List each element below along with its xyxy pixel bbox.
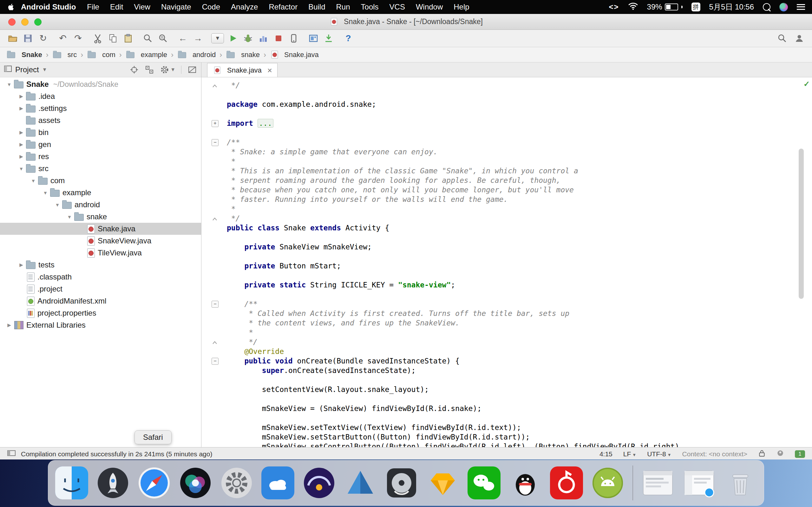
dock-siri-icon[interactable] [179, 466, 212, 499]
fold-marker-end-icon[interactable] [212, 83, 217, 87]
zoom-icon[interactable] [142, 32, 154, 45]
dock-eclipse-icon[interactable] [303, 466, 336, 499]
code-line[interactable] [227, 90, 812, 100]
code-line[interactable]: * serpent roaming around the garden look… [227, 176, 812, 185]
sync-icon[interactable]: ↻ [37, 32, 49, 45]
close-window-button[interactable] [8, 18, 15, 26]
code-line[interactable] [227, 394, 812, 404]
menu-help[interactable]: Help [448, 3, 474, 11]
notification-center-icon[interactable] [797, 4, 805, 10]
back-icon[interactable]: ← [176, 32, 189, 45]
input-method-icon[interactable]: 拼 [692, 3, 700, 11]
fold-marker-end-icon[interactable] [212, 340, 217, 344]
dock-android-studio-icon[interactable] [591, 466, 624, 499]
tree-item-snake[interactable]: ▼Snake~/Downloads/Snake [0, 78, 201, 90]
debug-icon[interactable] [242, 32, 254, 45]
code-line[interactable] [227, 128, 812, 137]
menu-window[interactable]: Window [410, 3, 448, 11]
code-line[interactable]: public void onCreate(Bundle savedInstanc… [227, 356, 812, 366]
dock-weather-icon[interactable] [261, 466, 294, 499]
run-config-icon[interactable]: ▼ [211, 32, 224, 45]
tree-item--project[interactable]: .project [0, 283, 201, 295]
stop-icon[interactable] [272, 32, 285, 45]
dock-window-thumb-1-icon[interactable] [641, 466, 674, 499]
code-line[interactable] [227, 271, 812, 280]
tree-expand-arrow[interactable]: ▶ [16, 130, 26, 135]
attach-debugger-icon[interactable] [287, 32, 300, 45]
tree-item-androidmanifest-xml[interactable]: AndroidManifest.xml [0, 295, 201, 307]
menubar-app-name[interactable]: Android Studio [17, 3, 82, 11]
line-ending-widget[interactable]: LF▼ [623, 450, 636, 458]
menu-tools[interactable]: Tools [356, 3, 384, 11]
tree-item--idea[interactable]: ▶.idea [0, 90, 201, 102]
dock-blue-triangle-app-icon[interactable] [344, 466, 377, 499]
siri-icon[interactable] [779, 3, 788, 11]
copy-icon[interactable] [107, 32, 119, 45]
tree-expand-arrow[interactable]: ▶ [16, 94, 26, 99]
toolwindow-toggle-icon[interactable] [7, 449, 16, 458]
code-status-icon[interactable]: <> [609, 3, 619, 11]
menubar-clock[interactable]: 5月5日 10:56 [709, 2, 754, 12]
hide-icon[interactable] [187, 65, 197, 75]
fold-marker-end-icon[interactable] [212, 216, 217, 220]
dock-netease-music-icon[interactable] [550, 466, 583, 499]
dock-finder-icon[interactable] [55, 466, 88, 499]
code-line[interactable] [227, 233, 812, 242]
code-line[interactable]: */ [227, 80, 812, 90]
tree-item--classpath[interactable]: .classpath [0, 271, 201, 283]
tree-item-bin[interactable]: ▶bin [0, 126, 201, 138]
code-line[interactable]: @Override [227, 347, 812, 356]
menu-vcs[interactable]: VCS [384, 3, 410, 11]
dock-launchpad-icon[interactable] [96, 466, 130, 499]
breadcrumb-snake.java[interactable]: Snake.java [269, 50, 320, 59]
tree-item-snake-java[interactable]: Snake.java [0, 223, 201, 235]
code-line[interactable]: * [227, 157, 812, 166]
profile-icon[interactable] [257, 32, 270, 45]
status-message[interactable]: Compilation completed successfully in 2s… [21, 450, 212, 458]
save-all-icon[interactable] [21, 32, 34, 45]
tree-item-assets[interactable]: assets [0, 114, 201, 126]
tree-collapse-arrow[interactable]: ▼ [65, 214, 74, 220]
menu-refactor[interactable]: Refactor [263, 3, 303, 11]
settings-icon[interactable]: ▼ [159, 65, 175, 75]
code-editor[interactable]: */ package com.example.android.snake; im… [222, 77, 812, 447]
dock-window-thumb-2-icon[interactable] [682, 466, 716, 499]
tab-snake-java[interactable]: Snake.java × [207, 63, 277, 77]
code-line[interactable]: * This is an implementation of the class… [227, 166, 812, 176]
tree-collapse-arrow[interactable]: ▼ [53, 202, 62, 208]
tree-expand-arrow[interactable]: ▶ [16, 106, 26, 111]
wifi-icon[interactable] [628, 2, 638, 12]
code-line[interactable]: * faster. Running into yourself or the w… [227, 194, 812, 204]
code-line[interactable]: public class Snake extends Activity { [227, 223, 812, 233]
code-line[interactable]: super.onCreate(savedInstanceState); [227, 366, 812, 375]
code-line[interactable]: mSnakeView.setStartButton((Button) findV… [227, 432, 812, 442]
code-line[interactable]: mSnakeView.setControlButton((Button) fin… [227, 442, 812, 447]
chevron-down-icon[interactable]: ▼ [42, 67, 47, 72]
paste-icon[interactable] [122, 32, 135, 45]
collapse-all-icon[interactable] [144, 65, 154, 75]
code-line[interactable]: setContentView(R.layout.snake_layout); [227, 385, 812, 394]
editor-gutter[interactable]: +−−− [201, 77, 222, 447]
tree-item-res[interactable]: ▶res [0, 151, 201, 163]
dock-wechat-icon[interactable] [467, 466, 501, 499]
code-line[interactable]: import ... [227, 118, 812, 128]
menu-analyze[interactable]: Analyze [225, 3, 263, 11]
code-line[interactable]: * [227, 204, 812, 214]
tree-item-project-properties[interactable]: project.properties [0, 307, 201, 319]
forward-icon[interactable]: → [192, 32, 204, 45]
code-line[interactable] [227, 375, 812, 385]
code-line[interactable]: /** [227, 137, 812, 147]
tree-item-example[interactable]: ▼example [0, 187, 201, 199]
code-line[interactable]: * the content views, and fires up the Sn… [227, 318, 812, 328]
code-line[interactable]: private Button mStart; [227, 261, 812, 271]
code-line[interactable]: mSnakeView = (SnakeView) findViewById(R.… [227, 404, 812, 413]
tree-item-tests[interactable]: ▶tests [0, 259, 201, 271]
cut-icon[interactable] [91, 32, 104, 45]
help-icon[interactable]: ? [342, 32, 355, 45]
zoom-window-button[interactable] [34, 18, 42, 26]
titlebar[interactable]: Snake.java - Snake - [~/Downloads/Snake] [0, 14, 812, 30]
code-line[interactable]: /** [227, 299, 812, 308]
battery-indicator[interactable]: 39% [647, 3, 682, 11]
apple-menu-icon[interactable] [7, 3, 15, 11]
dock-sketch-icon[interactable] [426, 466, 459, 499]
